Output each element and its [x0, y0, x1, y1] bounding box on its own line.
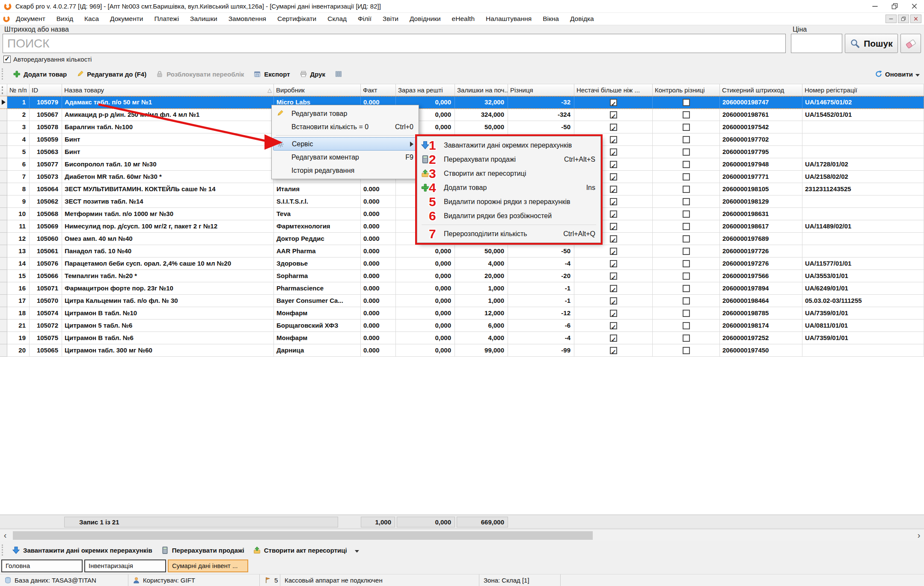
unchecked-checkbox[interactable] [683, 347, 690, 354]
unchecked-checkbox[interactable] [683, 297, 690, 305]
submenu-item-Видалити рядки без розбіжностей[interactable]: 6Видалити рядки без розбіжностей [417, 209, 600, 223]
table-row[interactable]: 20105065Цитрамон табл. 300 мг №60Дарница… [0, 344, 924, 357]
unchecked-checkbox[interactable] [683, 272, 690, 280]
table-row[interactable]: 17105070Цитра Кальцемин таб. п/о фл. № 3… [0, 295, 924, 307]
column-header-Зараз на решті[interactable]: Зараз на решті [396, 84, 455, 96]
column-header-Виробник[interactable]: Виробник [274, 84, 361, 96]
toolbar-columns[interactable] [335, 70, 342, 78]
toolbar-Розблокувати переоблік[interactable]: Розблокувати переоблік [156, 70, 244, 78]
tab-Інвентаризація[interactable]: Інвентаризація [84, 559, 166, 572]
context-menu-item-Редагувати товар[interactable]: Редагувати товар [272, 107, 419, 120]
toolbar-Додати товар[interactable]: Додати товар [13, 70, 67, 78]
menu-item-сертифікати[interactable]: Сертифікати [272, 13, 322, 25]
table-row[interactable]: 2105067Амикацид р-р д/ин. 250 мг/мл фл. … [0, 109, 924, 121]
unchecked-checkbox[interactable] [683, 235, 690, 243]
unchecked-checkbox[interactable] [683, 124, 690, 131]
price-input[interactable] [791, 34, 842, 53]
checked-checkbox[interactable] [610, 198, 617, 205]
menu-item-філії[interactable]: Філії [352, 13, 377, 25]
unchecked-checkbox[interactable] [683, 310, 690, 317]
bottom-toolbar-Створити акт пересортиці[interactable]: Створити акт пересортиці [253, 546, 347, 554]
menu-item-вихід[interactable]: Вихід [51, 13, 79, 25]
mdi-minimize-button[interactable] [885, 15, 897, 23]
column-header-Стикерний штрихкод[interactable]: Стикерний штрихкод [720, 84, 802, 96]
submenu-item-Перерозподілити кількість[interactable]: 7Перерозподілити кількістьCtrl+Alt+Q [417, 227, 600, 241]
tab-Головна[interactable]: Головна [1, 559, 83, 572]
submenu-item-Завантажити дані окремих перерахунків[interactable]: 1Завантажити дані окремих перерахунків [417, 138, 600, 152]
restore-button[interactable] [885, 0, 904, 12]
checked-checkbox[interactable] [610, 285, 617, 292]
menu-item-довідка[interactable]: Довідка [565, 13, 600, 25]
toolbar-grip[interactable] [2, 545, 4, 556]
menu-item-звіти[interactable]: Звіти [377, 13, 404, 25]
table-row[interactable]: 14105076Парацетамол беби сусп. орал. 2,4… [0, 257, 924, 270]
mdi-close-button[interactable] [910, 15, 921, 23]
column-header-№ п/п[interactable]: № п/п [7, 84, 30, 96]
unchecked-checkbox[interactable] [683, 223, 690, 230]
checked-checkbox[interactable] [610, 223, 617, 230]
context-menu-item-Сервіс[interactable]: Сервіс [273, 137, 417, 151]
checked-checkbox[interactable] [610, 124, 617, 131]
column-header-indicator[interactable] [0, 84, 7, 96]
unchecked-checkbox[interactable] [683, 136, 690, 143]
more-actions-caret[interactable] [355, 550, 359, 553]
submenu-item-Додати товар[interactable]: 4Додати товарIns [417, 181, 600, 195]
scrollbar-thumb[interactable] [13, 531, 593, 540]
menu-item-вікна[interactable]: Вікна [537, 13, 565, 25]
toolbar-Редагувати до (F4)[interactable]: Редагувати до (F4) [76, 70, 146, 78]
menu-item-склад[interactable]: Склад [322, 13, 352, 25]
close-button[interactable] [904, 0, 924, 12]
mdi-restore-button[interactable] [898, 15, 909, 23]
checked-checkbox[interactable] [610, 210, 617, 218]
checked-checkbox[interactable] [610, 186, 617, 193]
checked-checkbox[interactable] [610, 99, 617, 106]
toolbar-grip[interactable] [2, 68, 4, 80]
menu-item-каса[interactable]: Каса [79, 13, 104, 25]
checked-checkbox[interactable] [610, 322, 617, 329]
scroll-right-arrow[interactable]: › [915, 530, 923, 540]
table-row[interactable]: 1105079Адамакс табл. п/о 50 мг №1Micro L… [0, 96, 924, 109]
checked-checkbox[interactable] [610, 334, 617, 342]
horizontal-scrollbar[interactable]: ‹ › [0, 529, 924, 541]
unchecked-checkbox[interactable] [683, 334, 690, 342]
checked-checkbox[interactable] [610, 161, 617, 168]
unchecked-checkbox[interactable] [683, 186, 690, 193]
table-row[interactable]: 21105072Цитрамон 5 табл. №6Борщаговский … [0, 320, 924, 332]
column-header-Номер регістрації[interactable]: Номер регістрації [802, 84, 924, 96]
unchecked-checkbox[interactable] [683, 260, 690, 267]
checked-checkbox[interactable] [610, 235, 617, 243]
context-menu-item-Встановити кількість = 0[interactable]: Встановити кількість = 0Ctrl+0 [272, 120, 419, 133]
search-input[interactable] [3, 34, 786, 53]
tab-Сумарні дані інвент ...[interactable]: Сумарні дані інвент ... [168, 559, 248, 572]
column-header-Назва товару[interactable]: Назва товару△ [62, 84, 274, 96]
table-row[interactable]: 13105061Панадол таб. 10 №40AAR Pharma0.0… [0, 245, 924, 257]
checked-checkbox[interactable] [610, 260, 617, 267]
toolbar-Експорт[interactable]: Експорт [253, 70, 290, 78]
menu-item-довідники[interactable]: Довідники [404, 13, 446, 25]
checked-checkbox[interactable] [610, 347, 617, 354]
submenu-item-Створити акт пересортиці[interactable]: 3Створити акт пересортиці [417, 166, 600, 181]
menu-item-ehealth[interactable]: eHealth [446, 13, 480, 25]
table-row[interactable]: 18105074Цитрамон В табл. №10Монфарм0.000… [0, 307, 924, 320]
column-header-Факт[interactable]: Факт [361, 84, 396, 96]
checked-checkbox[interactable] [610, 272, 617, 280]
context-menu-item-Історія редагування[interactable]: Історія редагування [272, 164, 419, 177]
submenu-item-Перерахувати продажі[interactable]: 2Перерахувати продажіCtrl+Alt+S [417, 152, 600, 166]
context-menu-item-Редагувати коментар[interactable]: Редагувати коментарF9 [272, 151, 419, 164]
checked-checkbox[interactable] [610, 136, 617, 143]
unchecked-checkbox[interactable] [683, 210, 690, 218]
refresh-button[interactable]: Оновити [875, 70, 920, 78]
submenu-item-Видалити порожні рядки з перерахунків[interactable]: 5Видалити порожні рядки з перерахунків [417, 195, 600, 209]
column-header-ID[interactable]: ID [30, 84, 62, 96]
unchecked-checkbox[interactable] [683, 285, 690, 292]
menu-item-документи[interactable]: Документи [104, 13, 149, 25]
checked-checkbox[interactable] [610, 297, 617, 305]
column-header-Різниця[interactable]: Різниця [508, 84, 574, 96]
table-row[interactable]: 3105078Баралгин табл. №1000,00050,000-50… [0, 121, 924, 133]
unchecked-checkbox[interactable] [683, 161, 690, 168]
toolbar-Друк[interactable]: Друк [300, 70, 326, 78]
unchecked-checkbox[interactable] [683, 248, 690, 255]
unchecked-checkbox[interactable] [683, 322, 690, 329]
unchecked-checkbox[interactable] [683, 173, 690, 181]
autoedit-option[interactable]: Авторедагування кількості [3, 56, 92, 63]
